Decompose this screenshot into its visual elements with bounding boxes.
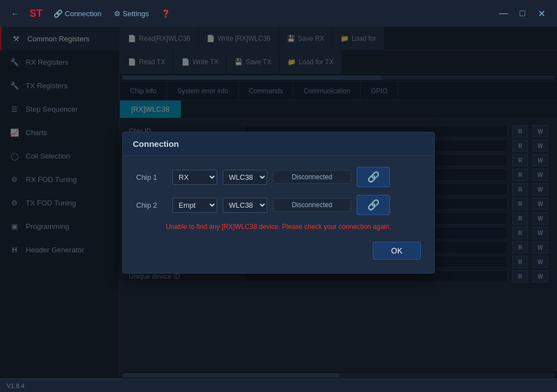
connection-icon: 🔗: [54, 9, 63, 18]
chip1-label: Chip 1: [136, 173, 167, 181]
restore-button[interactable]: □: [513, 4, 531, 22]
main-layout: ⚒ Common Registers 🔧 RX Registers 🔧 TX R…: [0, 27, 557, 379]
settings-icon: ⚙: [114, 9, 121, 18]
connection-menu-button[interactable]: 🔗 Connection: [49, 7, 106, 20]
dialog-overlay: Connection Chip 1 RX WLC38 Disconnected: [120, 27, 557, 379]
chip1-status: Disconnected: [273, 170, 351, 184]
version-label: V1.8.4: [7, 383, 25, 389]
chip2-type-select[interactable]: Empt: [172, 198, 217, 213]
help-icon: ❓: [161, 9, 170, 18]
chip1-row: Chip 1 RX WLC38 Disconnected 🔗: [136, 167, 421, 187]
minimize-button[interactable]: —: [494, 4, 512, 22]
close-button[interactable]: ✕: [532, 4, 550, 22]
chip2-row: Chip 2 Empt WLC38 Disconnected 🔗: [136, 195, 421, 215]
connection-dialog: Connection Chip 1 RX WLC38 Disconnected: [122, 132, 435, 274]
chip1-model-select[interactable]: WLC38: [223, 170, 267, 185]
dialog-ok-button[interactable]: OK: [373, 242, 421, 260]
connection-label: Connection: [65, 9, 102, 18]
settings-label: Settings: [123, 9, 149, 18]
titlebar: ← ST 🔗 Connection ⚙ Settings ❓ — □ ✕: [0, 0, 557, 27]
dialog-footer: OK: [136, 240, 421, 262]
chip2-model-select[interactable]: WLC38: [223, 198, 267, 213]
content-area: 📄 Read[RX]WLC38 📄 Write [RX]WLC38 💾 Save…: [120, 27, 557, 379]
chip1-connect-button[interactable]: 🔗: [357, 167, 390, 187]
st-logo: ST: [30, 8, 42, 20]
chip2-status: Disconnected: [273, 198, 351, 212]
help-button[interactable]: ❓: [157, 7, 175, 20]
window-controls: — □ ✕: [494, 4, 550, 22]
chip1-type-select[interactable]: RX: [172, 170, 217, 185]
chip2-link-icon: 🔗: [367, 199, 380, 211]
chip2-label: Chip 2: [136, 201, 167, 209]
dialog-body: Chip 1 RX WLC38 Disconnected 🔗: [123, 156, 434, 273]
chip1-link-icon: 🔗: [367, 171, 380, 183]
settings-menu-button[interactable]: ⚙ Settings: [109, 7, 153, 20]
dialog-title: Connection: [123, 132, 434, 156]
status-bar: V1.8.4: [0, 379, 557, 392]
nav-buttons: ← ST 🔗 Connection ⚙ Settings ❓: [7, 7, 175, 20]
dialog-error-message: Unable to find any [RX]WLC38 device. Ple…: [136, 223, 421, 231]
chip2-connect-button[interactable]: 🔗: [357, 195, 390, 215]
back-icon: ←: [11, 9, 18, 18]
back-button[interactable]: ←: [7, 7, 23, 20]
